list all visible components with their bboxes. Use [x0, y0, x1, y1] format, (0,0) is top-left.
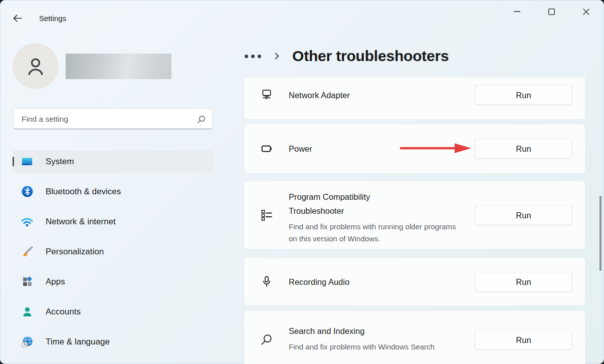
sidebar-item-label: System — [46, 157, 74, 167]
troubleshooter-row-network-adapter: Network Adapter Run — [244, 78, 585, 120]
close-button[interactable] — [574, 0, 597, 23]
run-button[interactable]: Run — [475, 85, 572, 106]
time-language-icon — [21, 335, 34, 348]
sidebar-item-apps[interactable]: Apps — [13, 270, 213, 293]
personalization-icon — [21, 245, 34, 258]
troubleshooter-name: Program Compatibility Troubleshooter — [289, 190, 414, 218]
sidebar-item-label: Bluetooth & devices — [46, 187, 121, 197]
accounts-icon — [21, 305, 34, 318]
breadcrumb-more-icon[interactable] — [244, 53, 262, 60]
close-icon — [583, 9, 589, 15]
sidebar-item-label: Apps — [46, 277, 65, 287]
sidebar-item-label: Time & language — [46, 337, 110, 347]
network-icon — [21, 215, 34, 228]
troubleshooter-description: Find and fix problems with Windows Searc… — [289, 341, 435, 353]
microphone-icon — [260, 275, 274, 289]
search-icon — [197, 115, 206, 124]
run-button[interactable]: Run — [475, 329, 572, 350]
troubleshooter-name: Power — [289, 144, 312, 154]
sidebar-item-network-internet[interactable]: Network & internet — [13, 210, 213, 233]
sidebar-item-label: Network & internet — [46, 217, 116, 227]
run-button[interactable]: Run — [475, 271, 572, 292]
troubleshooter-row-recording-audio: Recording Audio Run — [244, 257, 585, 306]
minimize-icon — [514, 11, 520, 12]
app-title: Settings — [39, 14, 66, 23]
settings-window: Settings System — [0, 0, 604, 364]
apps-icon — [21, 275, 34, 288]
bluetooth-icon — [21, 185, 34, 198]
breadcrumb: Other troubleshooters — [244, 43, 449, 69]
sidebar-item-system[interactable]: System — [13, 150, 213, 173]
troubleshooter-row-search-indexing: Search and Indexing Find and fix problem… — [244, 310, 585, 364]
back-arrow-icon — [13, 14, 23, 23]
magnifier-icon — [260, 333, 274, 347]
troubleshooter-text: Search and Indexing Find and fix problem… — [289, 324, 435, 353]
sidebar-item-label: Accounts — [46, 307, 81, 317]
checklist-icon — [260, 208, 274, 222]
search-box — [14, 109, 213, 129]
troubleshooter-description: Find and fix problems with running older… — [289, 221, 464, 245]
troubleshooter-name: Recording Audio — [289, 277, 349, 286]
maximize-button[interactable] — [540, 0, 563, 23]
troubleshooter-name: Network Adapter — [289, 91, 350, 100]
network-adapter-icon — [260, 88, 274, 102]
annotation-arrow-icon — [398, 142, 473, 155]
sidebar-nav: System Bluetooth & devices Network & int… — [13, 150, 213, 360]
sidebar-item-accounts[interactable]: Accounts — [13, 300, 213, 323]
battery-icon — [260, 142, 274, 156]
sidebar-item-time-language[interactable]: Time & language — [13, 330, 213, 353]
user-icon — [24, 55, 47, 78]
system-icon — [21, 155, 34, 168]
sidebar-item-bluetooth-devices[interactable]: Bluetooth & devices — [13, 180, 213, 203]
search-input[interactable] — [14, 109, 212, 129]
selected-indicator — [13, 157, 14, 166]
sidebar-item-label: Personalization — [46, 247, 104, 257]
run-button[interactable]: Run — [475, 205, 572, 225]
troubleshooter-name: Search and Indexing — [289, 324, 414, 338]
troubleshooter-row-program-compatibility: Program Compatibility Troubleshooter Fin… — [244, 181, 585, 249]
maximize-icon — [548, 9, 555, 15]
user-name-redacted — [66, 54, 171, 79]
troubleshooter-list: Network Adapter Run Power Run Program Co… — [244, 78, 585, 364]
back-button[interactable] — [8, 9, 27, 28]
chevron-right-icon — [273, 53, 280, 60]
minimize-button[interactable] — [505, 0, 528, 23]
sidebar-item-personalization[interactable]: Personalization — [13, 240, 213, 263]
run-button[interactable]: Run — [475, 139, 572, 159]
scrollbar-thumb[interactable] — [599, 196, 601, 271]
avatar — [13, 43, 59, 89]
page-title: Other troubleshooters — [292, 48, 449, 65]
troubleshooter-text: Program Compatibility Troubleshooter Fin… — [289, 190, 464, 245]
